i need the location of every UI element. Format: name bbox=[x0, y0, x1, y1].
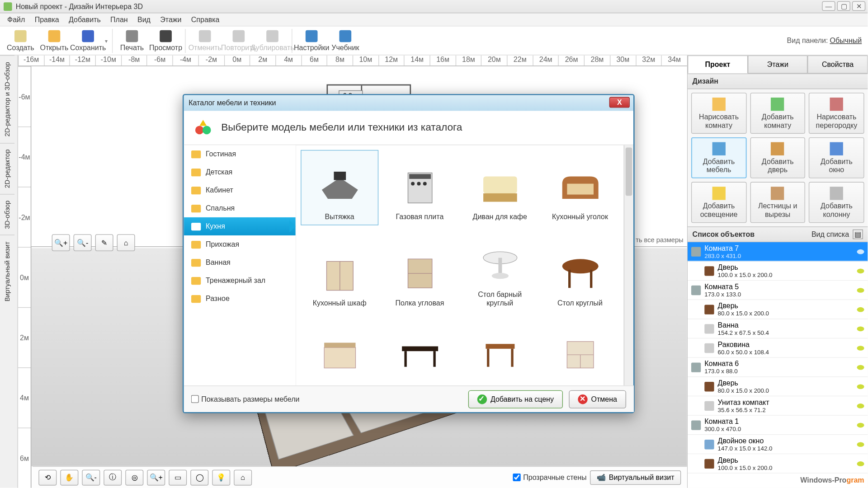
furniture-item-4[interactable]: Кухонный шкаф bbox=[301, 228, 378, 311]
furniture-catalog-dialog: Каталог мебели и техники X Выберите моде… bbox=[183, 94, 635, 413]
furniture-thumb-icon bbox=[312, 324, 367, 376]
view2d-toolbar: 🔍+🔍-✎⌂ bbox=[52, 235, 135, 251]
svg-point-9 bbox=[423, 182, 426, 186]
catalog-header-icon bbox=[193, 118, 213, 137]
dialog-titlebar: Каталог мебели и техники X bbox=[184, 95, 633, 111]
svg-rect-17 bbox=[498, 258, 502, 274]
folder-icon bbox=[191, 205, 201, 212]
furniture-item-9[interactable] bbox=[381, 314, 458, 380]
category-Детская[interactable]: Детская bbox=[184, 163, 296, 181]
furniture-item-10[interactable] bbox=[461, 314, 539, 380]
folder-icon bbox=[191, 295, 201, 303]
svg-rect-12 bbox=[567, 184, 594, 195]
category-Прихожая[interactable]: Прихожая bbox=[184, 235, 296, 253]
category-Тренажерный зал[interactable]: Тренажерный зал bbox=[184, 272, 296, 290]
ok-icon bbox=[477, 394, 487, 404]
furniture-item-3[interactable]: Кухонный уголок bbox=[541, 150, 619, 225]
furniture-item-label: Кухонный шкаф bbox=[313, 299, 367, 307]
folder-icon bbox=[191, 187, 201, 194]
folder-icon bbox=[191, 223, 201, 230]
show-sizes-label: Показывать размеры мебели bbox=[201, 395, 299, 404]
svg-rect-23 bbox=[324, 343, 355, 347]
furniture-thumb-icon bbox=[473, 239, 527, 291]
svg-point-0 bbox=[195, 126, 204, 135]
items-scrollbar[interactable] bbox=[624, 145, 633, 385]
svg-rect-11 bbox=[483, 193, 517, 202]
dialog-close-button[interactable]: X bbox=[609, 97, 630, 108]
category-Кухня[interactable]: Кухня bbox=[184, 217, 296, 235]
zoom-in-button[interactable]: 🔍+ bbox=[52, 235, 70, 251]
furniture-item-5[interactable]: Полка угловая bbox=[381, 228, 458, 311]
furniture-thumb-icon bbox=[473, 324, 527, 376]
home-button[interactable]: ⌂ bbox=[117, 235, 135, 251]
furniture-thumb-icon bbox=[312, 247, 367, 299]
cancel-label: Отмена bbox=[591, 395, 617, 404]
svg-marker-2 bbox=[199, 120, 207, 126]
furniture-item-2[interactable]: Диван для кафе bbox=[461, 150, 539, 225]
svg-rect-6 bbox=[409, 174, 430, 179]
watermark: Windows-Program bbox=[800, 474, 864, 484]
zoom-out-button[interactable]: 🔍- bbox=[74, 235, 92, 251]
category-Разное[interactable]: Разное bbox=[184, 290, 296, 308]
svg-rect-24 bbox=[401, 346, 438, 351]
svg-rect-25 bbox=[404, 351, 406, 367]
folder-icon bbox=[191, 241, 201, 249]
cancel-button[interactable]: Отмена bbox=[569, 390, 626, 408]
furniture-thumb-icon bbox=[392, 324, 447, 376]
furniture-thumb-icon bbox=[392, 247, 447, 299]
furniture-item-label: Вытяжка bbox=[325, 213, 354, 221]
furniture-thumb-icon bbox=[392, 161, 447, 213]
svg-rect-27 bbox=[486, 344, 514, 349]
furniture-item-1[interactable]: Газовая плита bbox=[381, 150, 458, 225]
folder-icon bbox=[191, 150, 201, 158]
svg-rect-4 bbox=[334, 172, 346, 180]
furniture-thumb-icon bbox=[312, 161, 367, 213]
dialog-title: Каталог мебели и техники bbox=[189, 99, 276, 108]
furniture-item-label: Газовая плита bbox=[396, 213, 444, 221]
category-Ванная[interactable]: Ванная bbox=[184, 253, 296, 272]
furniture-items-grid: ВытяжкаГазовая плитаДиван для кафеКухонн… bbox=[296, 145, 624, 385]
furniture-item-label: Полка угловая bbox=[396, 299, 444, 307]
svg-rect-28 bbox=[486, 349, 489, 367]
svg-rect-22 bbox=[324, 347, 355, 368]
svg-rect-26 bbox=[433, 351, 435, 367]
furniture-item-8[interactable] bbox=[301, 314, 378, 380]
svg-rect-20 bbox=[568, 270, 570, 288]
furniture-item-label: Стол барный круглый bbox=[465, 291, 534, 307]
svg-rect-10 bbox=[483, 177, 517, 193]
furniture-item-11[interactable] bbox=[541, 314, 619, 380]
show-sizes-checkbox[interactable]: Показывать размеры мебели bbox=[191, 395, 300, 404]
furniture-item-0[interactable]: Вытяжка bbox=[301, 150, 378, 225]
folder-icon bbox=[191, 277, 201, 285]
folder-icon bbox=[191, 169, 201, 176]
svg-point-8 bbox=[417, 182, 420, 186]
measure-button[interactable]: ✎ bbox=[95, 235, 113, 251]
svg-point-1 bbox=[203, 126, 211, 135]
furniture-item-6[interactable]: Стол барный круглый bbox=[461, 228, 539, 311]
svg-point-18 bbox=[491, 273, 508, 279]
furniture-thumb-icon bbox=[473, 161, 527, 213]
furniture-item-label: Стол круглый bbox=[557, 299, 603, 307]
svg-point-19 bbox=[562, 259, 598, 273]
category-list: ГостинаяДетскаяКабинетСпальняКухняПрихож… bbox=[184, 145, 296, 385]
svg-rect-29 bbox=[511, 349, 513, 367]
furniture-thumb-icon bbox=[553, 161, 607, 213]
furniture-item-label: Диван для кафе bbox=[473, 213, 527, 221]
category-Спальня[interactable]: Спальня bbox=[184, 199, 296, 217]
folder-icon bbox=[191, 259, 201, 267]
category-Гостиная[interactable]: Гостиная bbox=[184, 145, 296, 163]
add-to-scene-label: Добавить на сцену bbox=[491, 395, 554, 404]
category-Кабинет[interactable]: Кабинет bbox=[184, 181, 296, 199]
furniture-item-7[interactable]: Стол круглый bbox=[541, 228, 619, 311]
svg-rect-21 bbox=[590, 270, 592, 288]
furniture-thumb-icon bbox=[553, 247, 607, 299]
cancel-icon bbox=[578, 394, 587, 404]
svg-point-7 bbox=[410, 182, 414, 186]
dialog-heading: Выберите модель мебели или техники из ка… bbox=[221, 122, 462, 134]
svg-marker-3 bbox=[321, 178, 358, 199]
furniture-item-label: Кухонный уголок bbox=[552, 213, 608, 221]
furniture-thumb-icon bbox=[553, 324, 607, 376]
add-to-scene-button[interactable]: Добавить на сцену bbox=[468, 390, 563, 408]
